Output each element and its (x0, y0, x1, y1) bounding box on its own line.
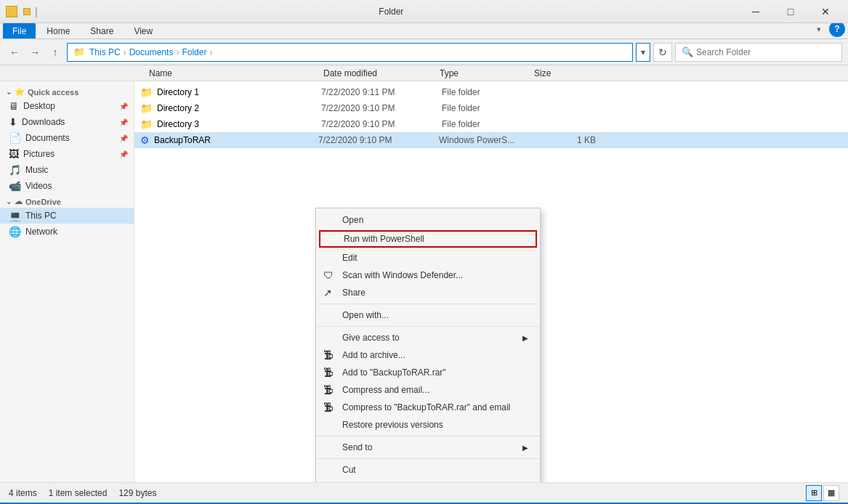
path-documents[interactable]: Documents (129, 47, 174, 57)
tab-share[interactable]: Share (81, 23, 123, 38)
maximize-button[interactable]: □ (774, 0, 807, 23)
sidebar-item-music[interactable]: 🎵 Music (0, 162, 134, 178)
sidebar-item-network[interactable]: 🌐 Network (0, 224, 134, 240)
selected-info: 1 item selected (49, 488, 108, 498)
sidebar-item-videos[interactable]: 📹 Videos (0, 178, 134, 194)
network-label: Network (25, 227, 57, 237)
search-box[interactable]: 🔍 (675, 43, 842, 62)
file-date-4: 7/22/2020 9:10 PM (318, 135, 435, 145)
forward-button[interactable]: → (26, 44, 44, 61)
tab-home[interactable]: Home (37, 23, 79, 38)
tab-file[interactable]: File (3, 23, 36, 38)
sidebar-item-this-pc[interactable]: 💻 This PC (0, 208, 134, 224)
col-date[interactable]: Date modified (320, 68, 437, 78)
search-input[interactable] (696, 47, 836, 57)
sidebar: ⭐ Quick access 🖥 Desktop 📌 ⬇ Downloads 📌… (0, 81, 134, 482)
file-name-3: Directory 3 (157, 119, 317, 129)
window-title: Folder (44, 7, 739, 17)
col-size[interactable]: Size (531, 68, 589, 78)
path-folder[interactable]: Folder (182, 47, 206, 57)
file-type-3: File folder (442, 119, 536, 129)
this-pc-label: This PC (25, 211, 57, 221)
col-name[interactable]: Name (146, 68, 320, 78)
up-button[interactable]: ↑ (47, 44, 64, 61)
path-this-pc[interactable]: This PC (89, 47, 121, 57)
ctx-add-rar[interactable]: 🗜 Add to "BackupToRAR.rar" (316, 364, 540, 381)
file-date-2: 7/22/2020 9:10 PM (321, 103, 437, 113)
file-row-directory2[interactable]: 📁 Directory 2 7/22/2020 9:10 PM File fol… (134, 100, 848, 116)
ctx-send-to[interactable]: Send to (316, 439, 540, 456)
file-size-info: 129 bytes (118, 488, 156, 498)
folder-icon-1: 📁 (140, 86, 153, 98)
sidebar-item-videos-label: Videos (25, 181, 52, 191)
file-row-backuptorar[interactable]: ⚙ BackupToRAR 7/22/2020 9:10 PM Windows … (134, 132, 848, 148)
videos-icon: 📹 (9, 180, 21, 192)
sidebar-section-onedrive[interactable]: ☁ OneDrive (0, 194, 134, 208)
path-separator-1: › (124, 47, 126, 57)
app-icon-small (23, 8, 31, 15)
search-icon: 🔍 (682, 46, 693, 57)
file-row-directory1[interactable]: 📁 Directory 1 7/22/2020 9:11 PM File fol… (134, 84, 848, 100)
view-icons: ⊞ ▦ (806, 485, 839, 501)
pin-icon-2: 📌 (119, 118, 128, 126)
title-icons: | (6, 6, 44, 17)
help-button[interactable]: ? (829, 21, 845, 37)
archive-icon-2: 🗜 (323, 367, 334, 378)
sidebar-item-desktop[interactable]: 🖥 Desktop 📌 (0, 98, 134, 114)
address-path[interactable]: 📁 This PC › Documents › Folder › (67, 43, 633, 62)
ctx-sep-1 (316, 304, 540, 304)
ctx-compress-rar-email[interactable]: 🗜 Compress to "BackupToRAR.rar" and emai… (316, 399, 540, 416)
sidebar-item-documents[interactable]: 📄 Documents 📌 (0, 130, 134, 146)
sidebar-item-documents-label: Documents (25, 133, 70, 143)
ctx-sep-2 (316, 326, 540, 327)
file-size-4: 1 KB (538, 135, 596, 145)
context-menu: Open Run with PowerShell Edit 🛡 Scan wit… (315, 208, 541, 482)
ctx-scan[interactable]: 🛡 Scan with Windows Defender... (316, 267, 540, 284)
back-button[interactable]: ← (6, 44, 23, 61)
col-type[interactable]: Type (437, 68, 531, 78)
ctx-edit[interactable]: Edit (316, 249, 540, 267)
ctx-add-archive[interactable]: 🗜 Add to archive... (316, 346, 540, 364)
archive-icon-1: 🗜 (323, 349, 334, 361)
folder-icon-3: 📁 (140, 118, 153, 130)
folder-icon: 📁 (73, 46, 85, 57)
item-count: 4 items (9, 488, 37, 498)
desktop-icon: 🖥 (9, 100, 19, 112)
path-separator-2: › (176, 47, 179, 57)
close-button[interactable]: ✕ (809, 0, 842, 23)
file-name-4: BackupToRAR (154, 135, 314, 145)
downloads-icon: ⬇ (9, 116, 17, 128)
ctx-open-with[interactable]: Open with... (316, 306, 540, 324)
file-type-1: File folder (442, 87, 536, 97)
file-name-2: Directory 2 (157, 103, 317, 113)
ctx-restore-versions[interactable]: Restore previous versions (316, 416, 540, 434)
pin-icon-4: 📌 (119, 150, 128, 158)
ctx-run-powershell[interactable]: Run with PowerShell (319, 230, 537, 248)
sidebar-section-quick-access[interactable]: ⭐ Quick access (0, 84, 134, 98)
music-icon: 🎵 (9, 164, 21, 176)
refresh-button[interactable]: ↻ (653, 43, 672, 62)
path-dropdown-button[interactable]: ▾ (636, 43, 650, 62)
ctx-share[interactable]: ↗ Share (316, 284, 540, 301)
sidebar-item-pictures[interactable]: 🖼 Pictures 📌 (0, 146, 134, 162)
file-date-1: 7/22/2020 9:11 PM (321, 87, 437, 97)
ctx-open[interactable]: Open (316, 211, 540, 229)
sidebar-item-downloads[interactable]: ⬇ Downloads 📌 (0, 114, 134, 130)
ribbon-expand-button[interactable]: ▾ (812, 23, 826, 36)
file-name-1: Directory 1 (157, 87, 317, 97)
archive-icon-3: 🗜 (323, 384, 334, 396)
details-view-button[interactable]: ⊞ (806, 485, 822, 501)
large-icons-view-button[interactable]: ▦ (823, 485, 839, 501)
address-bar: ← → ↑ 📁 This PC › Documents › Folder › ▾… (0, 39, 848, 65)
ctx-cut[interactable]: Cut (316, 461, 540, 479)
ctx-compress-email[interactable]: 🗜 Compress and email... (316, 381, 540, 399)
file-row-directory3[interactable]: 📁 Directory 3 7/22/2020 9:10 PM File fol… (134, 116, 848, 132)
star-icon: ⭐ (15, 87, 25, 97)
network-icon: 🌐 (9, 226, 21, 237)
archive-icon-4: 🗜 (323, 402, 334, 413)
ctx-give-access[interactable]: Give access to (316, 329, 540, 346)
tab-view[interactable]: View (124, 23, 162, 38)
ctx-copy[interactable]: Copy (316, 479, 540, 482)
minimize-button[interactable]: ─ (739, 0, 772, 23)
share-icon: ↗ (323, 287, 332, 298)
